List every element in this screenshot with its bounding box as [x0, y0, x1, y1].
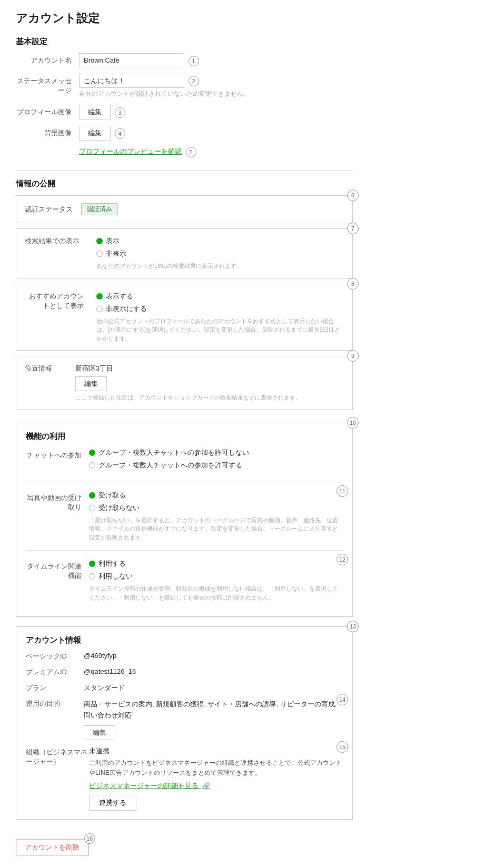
recommend-show-radio[interactable]: 表示する [96, 292, 344, 301]
delete-account-button[interactable]: アカウントを削除 [16, 840, 88, 855]
plan-row: プラン スタンダード [26, 683, 343, 693]
search-display-box: 7 検索結果での表示 表示 非表示 あなたのアカウントがLINEの検索結果に表示… [16, 228, 353, 278]
account-info-title: アカウント情報 [26, 635, 343, 645]
callout-6: 6 [347, 189, 359, 201]
profile-image-edit-button[interactable]: 編集 [79, 105, 111, 119]
page-title: アカウント設定 [16, 11, 353, 26]
radio-empty-icon-5 [89, 573, 95, 580]
bg-image-row: 背景画像 編集 4 [16, 126, 353, 141]
features-title: 機能の利用 [26, 432, 343, 442]
search-hide-radio[interactable]: 非表示 [96, 249, 242, 258]
purpose-edit-button[interactable]: 編集 [84, 725, 115, 740]
recommend-box: 8 おすすめアカウントとして表示 表示する 非表示にする 他の公式アカウントのプ… [16, 284, 353, 351]
profile-image-content: 編集 3 [79, 105, 353, 119]
chat-content: グループ・複数人チャットへの参加を許可しない グループ・複数人チャットへの参加を… [89, 448, 343, 473]
basic-settings-title: 基本設定 [16, 37, 353, 47]
radio-empty-icon [96, 251, 103, 257]
recommend-note: 他の公式アカウントのプロフィールであなたのアカウントをおすすめとして表示しない場… [96, 317, 344, 343]
account-name-input[interactable] [79, 53, 184, 67]
external-link-icon: 🔗 [202, 782, 210, 790]
search-show-radio[interactable]: 表示 [96, 236, 242, 246]
org-connect-button[interactable]: 連携する [89, 795, 136, 811]
profile-image-row: プロフィール画像 編集 3 [16, 105, 353, 119]
status-message-note: 自分のアカウントが認証されていないため変更できません。 [79, 89, 353, 98]
chat-row: チャットへの参加 グループ・複数人チャットへの参加を許可しない グループ・複数人… [26, 448, 343, 473]
status-message-label: ステータスメッセージ [16, 74, 79, 95]
location-edit-button[interactable]: 編集 [75, 376, 107, 391]
callout-9: 9 [347, 350, 359, 362]
chat-opt2-label: グループ・複数人チャットへの参加を許可する [98, 461, 242, 470]
preview-profile-link[interactable]: プロフィールのプレビューを確認 [79, 147, 182, 155]
purpose-label: 運用の目的 [26, 699, 84, 740]
timeline-opt1-label: 利用する [98, 559, 126, 568]
media-opt1-label: 受け取る [98, 491, 126, 500]
profile-image-label: プロフィール画像 [16, 105, 79, 117]
premium-id-value: @qatest1126_16 [84, 667, 136, 677]
location-label: 位置情報 [25, 364, 67, 373]
chat-opt1-radio[interactable]: グループ・複数人チャットへの参加を許可しない [89, 448, 343, 457]
account-name-content: 1 [79, 53, 353, 67]
basic-settings-section: 基本設定 アカウント名 1 ステータスメッセージ 2 自分のアカウントが認証され… [16, 37, 353, 157]
chat-opt2-radio[interactable]: グループ・複数人チャットへの参加を許可する [89, 461, 343, 470]
media-opt2-radio[interactable]: 受け取らない [89, 503, 343, 513]
callout-15: 15 [336, 741, 348, 753]
media-opt1-radio[interactable]: 受け取る [89, 491, 343, 500]
radio-empty-icon-4 [89, 505, 95, 511]
callout-11: 11 [336, 485, 348, 497]
search-show-label: 表示 [106, 236, 120, 246]
media-row: 写真や動画の受け取り 受け取る 受け取らない 「受け取らない」を選択すると、アカ… [26, 491, 343, 542]
divider-2 [26, 482, 343, 482]
chat-opt1-label: グループ・複数人チャットへの参加を許可しない [98, 448, 249, 457]
location-box: 9 位置情報 新宿区3丁目 編集 ここで登録した住所は、アカウントやショップカー… [16, 356, 353, 410]
account-info-section: 13 アカウント情報 ベーシックID @469tyfyp プレミアムID @qa… [16, 626, 353, 820]
plan-label: プラン [26, 683, 84, 693]
org-content: 未連携 ご利用のアカウントをビジネスマネージャーの組織と連携させることで、公式ア… [89, 746, 343, 811]
callout-4: 4 [115, 128, 125, 139]
status-message-row: ステータスメッセージ 2 自分のアカウントが認証されていないため変更できません。 [16, 74, 353, 98]
bg-image-content: 編集 4 [79, 126, 353, 141]
radio-empty-icon-2 [96, 306, 103, 312]
search-label: 検索結果での表示 [25, 236, 88, 246]
purpose-row: 運用の目的 商品・サービスの案内, 新規顧客の獲得, サイト・店舗への誘導, リ… [26, 699, 343, 740]
location-note: ここで登録した住所は、アカウントやショップカードの検索結果などに表示されます。 [75, 393, 301, 402]
status-message-input[interactable] [79, 74, 184, 88]
radio-empty-icon-3 [89, 462, 95, 468]
callout-2: 2 [189, 76, 199, 86]
divider-3 [26, 550, 343, 551]
premium-id-row: プレミアムID @qatest1126_16 [26, 667, 343, 677]
search-hide-label: 非表示 [106, 249, 126, 258]
info-public-section: 情報の公開 6 認証ステータス 認証済み 7 検索結果での表示 表示 [16, 179, 353, 410]
timeline-opt1-radio[interactable]: 利用する [89, 559, 343, 568]
cert-value: 認証済み [81, 203, 118, 215]
org-status: 未連携 [89, 746, 343, 756]
radio-green-icon-5 [89, 561, 95, 567]
premium-id-label: プレミアムID [26, 667, 84, 677]
recommend-hide-radio[interactable]: 非表示にする [96, 304, 344, 314]
org-detail-link[interactable]: ビジネスマネージャーの詳細を見る 🔗 [89, 782, 210, 790]
basic-id-label: ベーシックID [26, 652, 84, 661]
basic-id-value: @469tyfyp [84, 652, 116, 661]
cert-label: 認証ステータス [25, 205, 73, 214]
purpose-value: 商品・サービスの案内, 新規顧客の獲得, サイト・店舗への誘導, リピーターの育… [84, 699, 343, 721]
radio-green-icon-3 [89, 450, 95, 456]
account-name-label: アカウント名 [16, 53, 79, 65]
timeline-label: タイムライン関連機能 [26, 559, 89, 581]
callout-13: 13 [347, 621, 359, 632]
callout-1: 1 [189, 56, 199, 66]
status-message-content: 2 自分のアカウントが認証されていないため変更できません。 [79, 74, 353, 98]
recommend-label: おすすめアカウントとして表示 [25, 292, 88, 311]
bg-image-edit-button[interactable]: 編集 [79, 126, 111, 141]
chat-label: チャットへの参加 [26, 448, 89, 460]
account-name-row: アカウント名 1 [16, 53, 353, 67]
callout-16: 16 [84, 833, 95, 844]
org-label: 組織（ビジネスマネージャー） [26, 746, 89, 766]
org-desc: ご利用のアカウントをビジネスマネージャーの組織と連携させることで、公式アカウント… [89, 758, 343, 778]
callout-8: 8 [347, 278, 359, 290]
preview-link-label-spacer [16, 147, 79, 149]
timeline-note: タイムライン投稿の作成や管理、収益化の機能を利用しない場合は、「利用しない」を選… [89, 584, 343, 602]
divider-1 [16, 170, 353, 171]
radio-green-icon-4 [89, 492, 95, 498]
search-note: あなたのアカウントがLINEの検索結果に表示されます。 [96, 262, 242, 271]
media-opt2-label: 受け取らない [98, 503, 140, 513]
timeline-opt2-radio[interactable]: 利用しない [89, 572, 343, 581]
